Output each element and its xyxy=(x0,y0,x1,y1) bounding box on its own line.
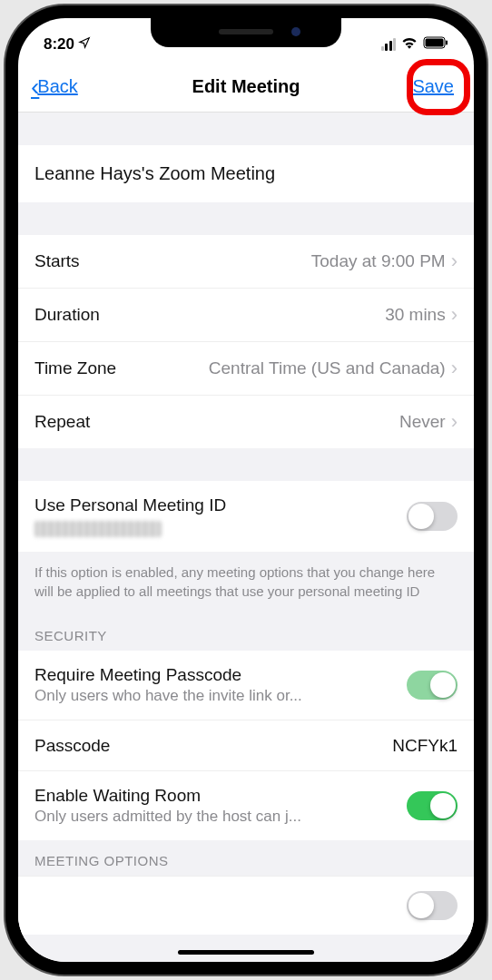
timezone-label: Time Zone xyxy=(34,358,116,378)
duration-value: 30 mins › xyxy=(385,303,458,327)
wifi-icon xyxy=(401,35,418,54)
speaker-grill xyxy=(219,29,273,34)
repeat-value: Never › xyxy=(399,410,458,434)
location-icon xyxy=(78,35,91,54)
toggle-knob xyxy=(430,793,456,818)
battery-icon xyxy=(423,35,448,54)
svg-rect-1 xyxy=(426,39,444,47)
toggle-knob xyxy=(408,893,434,918)
toggle-knob xyxy=(430,672,456,698)
passcode-value: NCFYk1 xyxy=(392,736,458,756)
status-indicators xyxy=(381,35,449,54)
require-passcode-labels: Require Meeting Passcode Only users who … xyxy=(34,665,302,705)
spacer xyxy=(18,202,474,235)
svg-rect-2 xyxy=(446,41,448,45)
meeting-options-header: MEETING OPTIONS xyxy=(18,840,474,876)
passcode-row[interactable]: Passcode NCFYk1 xyxy=(18,720,474,770)
starts-label: Starts xyxy=(34,251,80,271)
require-passcode-row[interactable]: Require Meeting Passcode Only users who … xyxy=(18,651,474,720)
nav-bar: ‹ Back Edit Meeting Save xyxy=(18,62,474,113)
notch xyxy=(151,18,341,47)
pmi-toggle[interactable] xyxy=(407,502,458,531)
spacer xyxy=(18,448,474,481)
pmi-row[interactable]: Use Personal Meeting ID xyxy=(18,481,474,552)
phone-screen: 8:20 ‹ Back Edit xyxy=(18,18,474,962)
meeting-name-cell[interactable]: Leanne Hays's Zoom Meeting xyxy=(18,145,474,202)
require-passcode-label: Require Meeting Passcode xyxy=(34,665,302,685)
toggle-knob xyxy=(408,504,434,529)
waiting-room-sub: Only users admitted by the host can j... xyxy=(34,808,301,826)
duration-label: Duration xyxy=(34,305,100,325)
require-passcode-toggle[interactable] xyxy=(407,671,458,700)
require-passcode-sub: Only users who have the invite link or..… xyxy=(34,687,302,705)
starts-row[interactable]: Starts Today at 9:00 PM › xyxy=(18,235,474,288)
home-indicator[interactable] xyxy=(178,950,314,955)
save-button[interactable]: Save xyxy=(405,71,461,103)
repeat-label: Repeat xyxy=(34,412,90,432)
waiting-room-toggle[interactable] xyxy=(407,791,458,820)
back-button[interactable]: ‹ Back xyxy=(31,73,78,102)
cutoff-row[interactable] xyxy=(18,876,474,935)
waiting-room-row[interactable]: Enable Waiting Room Only users admitted … xyxy=(18,770,474,840)
clock-text: 8:20 xyxy=(44,35,74,54)
waiting-room-label: Enable Waiting Room xyxy=(34,786,301,806)
chevron-right-icon: › xyxy=(451,250,458,273)
status-time: 8:20 xyxy=(44,35,91,54)
waiting-room-labels: Enable Waiting Room Only users admitted … xyxy=(34,786,301,826)
back-label: Back xyxy=(37,76,77,97)
spacer xyxy=(18,113,474,145)
cellular-icon xyxy=(381,38,397,51)
chevron-right-icon: › xyxy=(451,303,458,327)
pmi-labels: Use Personal Meeting ID xyxy=(34,495,226,537)
duration-row[interactable]: Duration 30 mins › xyxy=(18,288,474,341)
page-title: Edit Meeting xyxy=(192,76,300,97)
timezone-row[interactable]: Time Zone Central Time (US and Canada) › xyxy=(18,341,474,395)
passcode-label: Passcode xyxy=(34,736,110,756)
pmi-id-blurred xyxy=(34,521,162,537)
security-header: SECURITY xyxy=(18,615,474,651)
phone-frame: 8:20 ‹ Back Edit xyxy=(5,5,487,975)
chevron-right-icon: › xyxy=(451,410,458,434)
content-scroll[interactable]: Leanne Hays's Zoom Meeting Starts Today … xyxy=(18,113,474,962)
pmi-label: Use Personal Meeting ID xyxy=(34,495,226,515)
front-camera xyxy=(291,27,300,36)
pmi-footer: If this option is enabled, any meeting o… xyxy=(18,552,474,615)
repeat-row[interactable]: Repeat Never › xyxy=(18,395,474,448)
cutoff-toggle[interactable] xyxy=(407,891,458,920)
starts-value: Today at 9:00 PM › xyxy=(311,250,458,273)
timezone-value: Central Time (US and Canada) › xyxy=(209,357,458,380)
chevron-right-icon: › xyxy=(451,357,458,380)
